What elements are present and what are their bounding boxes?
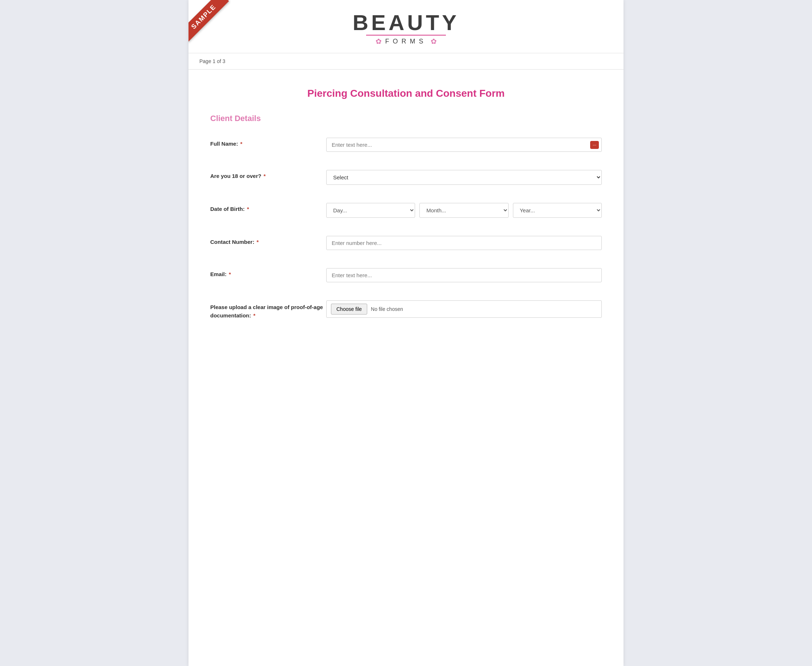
age-18-select[interactable]: Select Yes No [326,170,602,185]
form-row-dob: Date of Birth: * Day... Month... Year... [210,199,602,221]
contact-number-input[interactable] [326,236,602,250]
full-name-icon-btn[interactable]: ··· [590,141,599,149]
form-row-proof-of-age: Please upload a clear image of proof-of-… [210,297,602,323]
page-wrapper: SAMPLE BEAUTY ✿ FORMS ✿ Page 1 of 3 Pier… [188,0,624,666]
required-star-dob: * [247,206,249,212]
field-proof-of-age: Choose file No file chosen [326,300,602,318]
header: BEAUTY ✿ FORMS ✿ [188,0,624,53]
dots-icon: ··· [592,142,596,147]
dob-month-select[interactable]: Month... [419,203,508,218]
form-row-contact-number: Contact Number: * [210,232,602,254]
dob-day-select[interactable]: Day... [326,203,415,218]
label-age-18: Are you 18 or over? * [210,170,326,179]
choose-file-button[interactable]: Choose file [331,303,367,315]
field-contact-number [326,236,602,250]
required-star-age-18: * [264,173,266,179]
label-full-name: Full Name: * [210,138,326,147]
field-age-18: Select Yes No [326,170,602,185]
email-input[interactable] [326,268,602,282]
header-forms-text: FORMS [385,38,427,45]
form-row-age-18: Are you 18 or over? * Select Yes No [210,166,602,188]
label-proof-of-age: Please upload a clear image of proof-of-… [210,300,326,320]
main-content: Piercing Consultation and Consent Form C… [188,69,624,349]
field-email [326,268,602,282]
file-input-wrapper: Choose file No file chosen [326,300,602,318]
label-dob: Date of Birth: * [210,203,326,212]
lotus-left-icon: ✿ [376,37,382,46]
form-row-full-name: Full Name: * ··· [210,134,602,155]
field-full-name: ··· [326,138,602,152]
full-name-input-wrapper: ··· [326,138,602,152]
field-dob: Day... Month... Year... [326,203,602,218]
date-fields-wrapper: Day... Month... Year... [326,203,602,218]
required-star-full-name: * [240,140,243,147]
required-star-contact-number: * [257,239,259,245]
label-contact-number: Contact Number: * [210,236,326,245]
page-indicator-text: Page 1 of 3 [200,58,226,64]
section-client-details-title: Client Details [210,114,602,123]
page-indicator: Page 1 of 3 [188,53,624,69]
required-star-email: * [229,271,231,277]
label-email: Email: * [210,268,326,277]
full-name-input[interactable] [326,138,602,152]
lotus-right-icon: ✿ [431,37,437,46]
header-subtitle-line: ✿ FORMS ✿ [196,37,616,46]
dob-year-select[interactable]: Year... [513,203,602,218]
form-title: Piercing Consultation and Consent Form [210,88,602,99]
required-star-proof-of-age: * [253,312,256,318]
header-beauty-title: BEAUTY [196,11,616,35]
form-row-email: Email: * [210,264,602,286]
no-file-text: No file chosen [371,306,403,312]
header-divider [366,35,446,36]
